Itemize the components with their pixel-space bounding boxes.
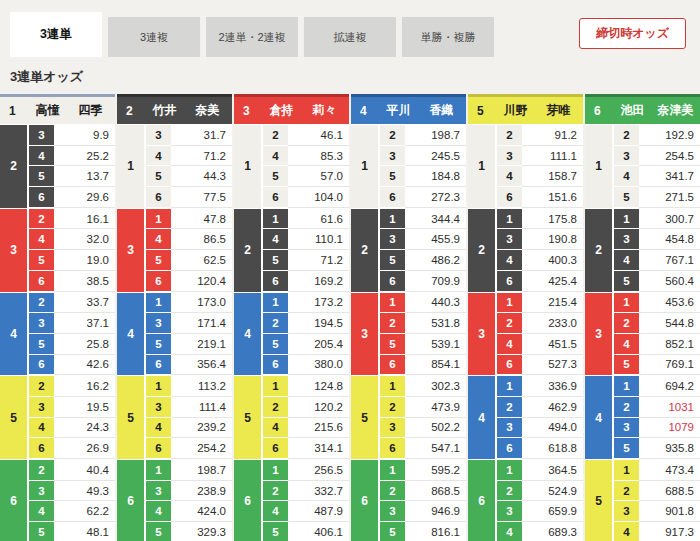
odds-value: 618.8 xyxy=(522,438,583,459)
odds-row: 462.2 xyxy=(27,501,115,522)
odds-value: 13.7 xyxy=(54,166,115,187)
odds-value: 40.4 xyxy=(54,460,115,481)
second-place-group: 1291.23111.14158.76151.6 xyxy=(468,124,583,208)
odds-value: 356.4 xyxy=(171,355,232,376)
second-place-group: 3216.1432.0519.0638.5 xyxy=(0,208,115,292)
third-place-cell: 6 xyxy=(144,187,171,208)
odds-value: 25.2 xyxy=(54,146,115,167)
odds-value: 110.1 xyxy=(288,229,349,250)
odds-value: 854.1 xyxy=(405,355,466,376)
odds-row: 5486.2 xyxy=(378,250,466,271)
odds-value: 400.3 xyxy=(522,250,583,271)
third-place-cell: 4 xyxy=(27,501,54,522)
odds-row: 424.3 xyxy=(27,418,115,439)
odds-row: 1198.7 xyxy=(144,460,232,481)
odds-row: 4487.9 xyxy=(261,501,349,522)
second-place-group: 61595.22868.53946.95816.1 xyxy=(351,459,466,541)
odds-row: 471.2 xyxy=(144,146,232,167)
odds-row: 1113.2 xyxy=(144,376,232,397)
odds-row: 1173.2 xyxy=(261,293,349,314)
third-place-cell: 4 xyxy=(144,418,171,439)
odds-row: 544.3 xyxy=(144,166,232,187)
odds-row: 3111.1 xyxy=(495,146,583,167)
odds-value: 38.5 xyxy=(54,271,115,292)
tab-5[interactable]: 単勝・複勝 xyxy=(402,17,494,57)
third-place-cell: 4 xyxy=(144,146,171,167)
group-rows: 1113.23111.44239.26254.2 xyxy=(144,376,232,459)
odds-row: 6709.9 xyxy=(378,271,466,292)
odds-row: 1300.7 xyxy=(612,209,700,230)
odds-value: 453.6 xyxy=(639,293,700,314)
odds-value: 25.8 xyxy=(54,334,115,355)
odds-row: 5769.1 xyxy=(612,355,700,376)
third-place-cell: 1 xyxy=(612,376,639,397)
tab-4[interactable]: 拡連複 xyxy=(304,17,396,57)
odds-value: 124.8 xyxy=(288,376,349,397)
odds-value: 29.6 xyxy=(54,187,115,208)
third-place-cell: 3 xyxy=(612,501,639,522)
third-place-cell: 2 xyxy=(495,397,522,418)
odds-row: 6272.3 xyxy=(378,187,466,208)
odds-row: 3901.8 xyxy=(612,501,700,522)
second-place-cell: 3 xyxy=(585,293,612,376)
odds-row: 2332.7 xyxy=(261,481,349,502)
odds-row: 21031 xyxy=(612,397,700,418)
odds-row: 6254.2 xyxy=(144,438,232,459)
second-place-cell: 5 xyxy=(0,376,27,459)
second-place-cell: 1 xyxy=(351,125,378,208)
third-place-cell: 1 xyxy=(495,293,522,314)
odds-row: 216.1 xyxy=(27,209,115,230)
third-place-cell: 4 xyxy=(27,229,54,250)
group-rows: 1336.92462.93494.06618.8 xyxy=(495,376,583,459)
odds-row: 4158.7 xyxy=(495,166,583,187)
odds-row: 432.0 xyxy=(27,229,115,250)
odds-row: 5184.8 xyxy=(378,166,466,187)
second-place-group: 239.9425.2513.7629.6 xyxy=(0,124,115,208)
odds-value: 91.2 xyxy=(522,125,583,146)
racer-number: 6 xyxy=(594,104,610,118)
odds-value: 425.4 xyxy=(522,271,583,292)
third-place-cell: 1 xyxy=(612,209,639,230)
odds-row: 3171.4 xyxy=(144,313,232,334)
odds-value: 451.5 xyxy=(522,334,583,355)
second-place-cell: 3 xyxy=(0,209,27,292)
second-place-cell: 1 xyxy=(234,125,261,208)
third-place-cell: 4 xyxy=(612,250,639,271)
deadline-odds-button[interactable]: 締切時オッズ xyxy=(579,18,686,49)
odds-row: 4110.1 xyxy=(261,229,349,250)
third-place-cell: 6 xyxy=(261,438,288,459)
odds-value: 917.3 xyxy=(639,522,700,541)
second-place-group: 41336.92462.93494.06618.8 xyxy=(468,375,583,459)
odds-row: 1215.4 xyxy=(495,293,583,314)
odds-row: 3502.2 xyxy=(378,418,466,439)
third-place-cell: 2 xyxy=(612,397,639,418)
odds-value: 344.4 xyxy=(405,209,466,230)
racer-last-name: 池田 xyxy=(610,102,655,119)
tab-3[interactable]: 2連単・2連複 xyxy=(206,17,298,57)
odds-value: 901.8 xyxy=(639,501,700,522)
racer-header-6: 6池田奈津美 xyxy=(585,94,700,124)
third-place-cell: 2 xyxy=(261,313,288,334)
third-place-cell: 1 xyxy=(495,376,522,397)
racer-header-3: 3倉持莉々 xyxy=(234,94,349,124)
odds-row: 4400.3 xyxy=(495,250,583,271)
odds-value: 440.3 xyxy=(405,293,466,314)
odds-value: 694.2 xyxy=(639,376,700,397)
odds-value: 9.9 xyxy=(54,125,115,146)
third-place-cell: 2 xyxy=(495,125,522,146)
odds-row: 147.8 xyxy=(144,209,232,230)
odds-value: 238.9 xyxy=(171,481,232,502)
odds-row: 4689.3 xyxy=(495,522,583,541)
odds-row: 6854.1 xyxy=(378,355,466,376)
odds-row: 626.9 xyxy=(27,438,115,459)
third-place-cell: 6 xyxy=(495,187,522,208)
second-place-group: 1331.7471.2544.3677.5 xyxy=(117,124,232,208)
odds-row: 2544.8 xyxy=(612,313,700,334)
third-place-cell: 1 xyxy=(378,376,405,397)
odds-row: 1364.5 xyxy=(495,460,583,481)
odds-row: 1344.4 xyxy=(378,209,466,230)
tab-1[interactable]: 3連単 xyxy=(10,12,102,57)
third-place-cell: 2 xyxy=(612,481,639,502)
third-place-cell: 2 xyxy=(378,397,405,418)
tab-2[interactable]: 3連複 xyxy=(108,17,200,57)
